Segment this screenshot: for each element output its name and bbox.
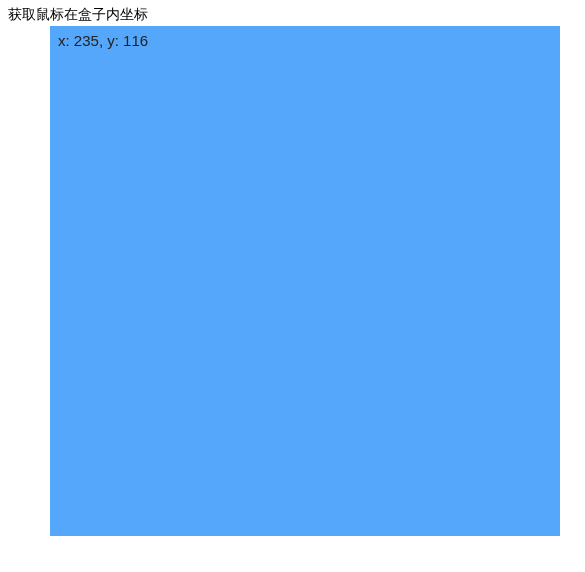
coord-value-y: 116 [123,32,148,49]
coordinates-display: x: 235, y: 116 [50,26,560,55]
coord-label-y: y: [107,32,123,49]
coord-separator: , [99,32,107,49]
page-title: 获取鼠标在盒子内坐标 [0,0,585,28]
coord-label-x: x: [58,32,74,49]
coord-value-x: 235 [74,32,99,49]
tracking-box[interactable]: x: 235, y: 116 [50,26,560,536]
